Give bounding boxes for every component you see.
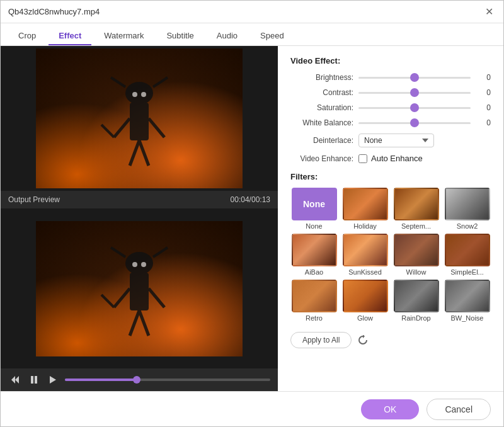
filter-none[interactable]: None None <box>290 188 338 230</box>
filter-bwnoise[interactable]: BW_Noise <box>444 280 491 322</box>
right-panel: Video Effect: Brightness: 0 Contrast: 0 … <box>278 46 503 391</box>
filter-glow-label: Glow <box>357 314 373 322</box>
filter-glow-thumb <box>343 280 388 312</box>
filter-sunkissed-label: SunKissed <box>348 268 382 276</box>
saturation-label: Saturation: <box>290 103 353 112</box>
video-effect-title: Video Effect: <box>290 56 491 65</box>
controls-bar <box>1 368 278 391</box>
filter-sunkissed-thumb <box>343 234 388 266</box>
filter-willow-label: Willow <box>406 268 427 276</box>
filter-snow2-label: Snow2 <box>457 222 478 230</box>
svg-line-15 <box>114 288 130 307</box>
white-balance-slider[interactable] <box>358 122 471 124</box>
refresh-button[interactable] <box>358 335 368 345</box>
auto-enhance-label: Auto Enhance <box>371 154 423 163</box>
filter-aibao-thumb <box>292 234 337 266</box>
brightness-label: Brightness: <box>290 73 353 82</box>
filter-september-thumb <box>394 188 439 220</box>
filter-none-label: None <box>306 222 322 230</box>
tab-effect[interactable]: Effect <box>49 27 91 45</box>
svg-marker-22 <box>11 376 15 384</box>
svg-rect-24 <box>31 376 33 384</box>
svg-line-16 <box>149 288 164 307</box>
progress-thumb <box>133 376 140 384</box>
filter-simpleel[interactable]: SimpleEl... <box>444 234 491 276</box>
svg-point-20 <box>132 262 137 267</box>
tab-crop[interactable]: Crop <box>8 27 46 45</box>
brightness-slider[interactable] <box>358 77 471 79</box>
svg-line-17 <box>130 310 139 336</box>
tab-bar: Crop Effect Watermark Subtitle Audio Spe… <box>1 23 503 46</box>
filter-willow-thumb <box>394 234 439 266</box>
main-window: Qb43zldC8nwhucy7.mp4 ✕ Crop Effect Water… <box>0 0 504 427</box>
pause-button[interactable] <box>27 374 41 385</box>
video-enhance-label: Video Enhance: <box>290 154 353 163</box>
filters-grid: None None Holiday Septem... Snow2 <box>290 188 491 322</box>
filter-retro[interactable]: Retro <box>290 280 338 322</box>
filter-retro-thumb <box>292 280 337 312</box>
auto-enhance-checkbox[interactable] <box>358 154 367 163</box>
bottom-bar: OK Cancel <box>1 391 503 426</box>
contrast-value: 0 <box>476 88 491 97</box>
filter-snow2-thumb <box>445 188 490 220</box>
timestamp: 00:04/00:13 <box>231 195 270 204</box>
filter-snow2[interactable]: Snow2 <box>444 188 491 230</box>
window-title: Qb43zldC8nwhucy7.mp4 <box>8 7 100 16</box>
svg-line-18 <box>139 310 149 336</box>
rewind-button[interactable] <box>8 374 22 385</box>
svg-point-9 <box>132 92 137 97</box>
filter-holiday-thumb <box>343 188 388 220</box>
tab-speed[interactable]: Speed <box>250 27 294 45</box>
filter-raindrop-label: RainDrop <box>401 314 430 322</box>
filter-simpleel-label: SimpleEl... <box>450 268 484 276</box>
svg-rect-14 <box>130 273 149 310</box>
tab-audio[interactable]: Audio <box>207 27 248 45</box>
play-button[interactable] <box>46 374 60 385</box>
svg-line-7 <box>139 140 149 166</box>
svg-marker-26 <box>50 376 56 384</box>
svg-marker-23 <box>15 376 19 384</box>
tab-subtitle[interactable]: Subtitle <box>156 27 203 45</box>
preview-image-bottom <box>36 221 243 356</box>
svg-rect-3 <box>130 103 149 140</box>
filter-raindrop[interactable]: RainDrop <box>392 280 440 322</box>
progress-bar[interactable] <box>65 379 270 381</box>
filters-title: Filters: <box>290 172 491 181</box>
svg-line-2 <box>153 77 168 87</box>
progress-fill <box>65 379 137 381</box>
apply-to-all-button[interactable]: Apply to All <box>290 332 352 348</box>
svg-line-4 <box>114 118 130 137</box>
white-balance-value: 0 <box>476 118 491 127</box>
filter-glow[interactable]: Glow <box>341 280 389 322</box>
saturation-value: 0 <box>476 103 491 112</box>
brightness-row: Brightness: 0 <box>290 73 491 82</box>
contrast-slider[interactable] <box>358 92 471 94</box>
saturation-slider[interactable] <box>358 107 471 109</box>
ok-button[interactable]: OK <box>361 399 419 419</box>
filter-holiday[interactable]: Holiday <box>341 188 389 230</box>
close-button[interactable]: ✕ <box>483 6 496 18</box>
left-panel: Output Preview 00:04/00:13 <box>1 46 278 391</box>
svg-line-19 <box>101 295 114 307</box>
filter-retro-label: Retro <box>306 314 323 322</box>
filter-none-label-inner: None <box>303 199 325 209</box>
filter-holiday-label: Holiday <box>353 222 377 230</box>
saturation-row: Saturation: 0 <box>290 103 491 112</box>
white-balance-label: White Balance: <box>290 118 353 127</box>
contrast-label: Contrast: <box>290 88 353 97</box>
brightness-value: 0 <box>476 73 491 82</box>
svg-line-12 <box>111 248 125 257</box>
main-content: Output Preview 00:04/00:13 <box>1 46 503 391</box>
preview-top <box>1 46 278 191</box>
filter-willow[interactable]: Willow <box>392 234 440 276</box>
tab-watermark[interactable]: Watermark <box>94 27 154 45</box>
filter-aibao[interactable]: AiBao <box>290 234 338 276</box>
filter-sunkissed[interactable]: SunKissed <box>341 234 389 276</box>
svg-line-6 <box>130 140 139 166</box>
deinterlace-select[interactable]: None Yadif Bob <box>358 134 434 147</box>
filter-september[interactable]: Septem... <box>392 188 440 230</box>
title-bar: Qb43zldC8nwhucy7.mp4 ✕ <box>1 1 503 23</box>
auto-enhance-wrap: Auto Enhance <box>358 154 423 163</box>
cancel-button[interactable]: Cancel <box>427 399 491 420</box>
filter-september-label: Septem... <box>401 222 431 230</box>
